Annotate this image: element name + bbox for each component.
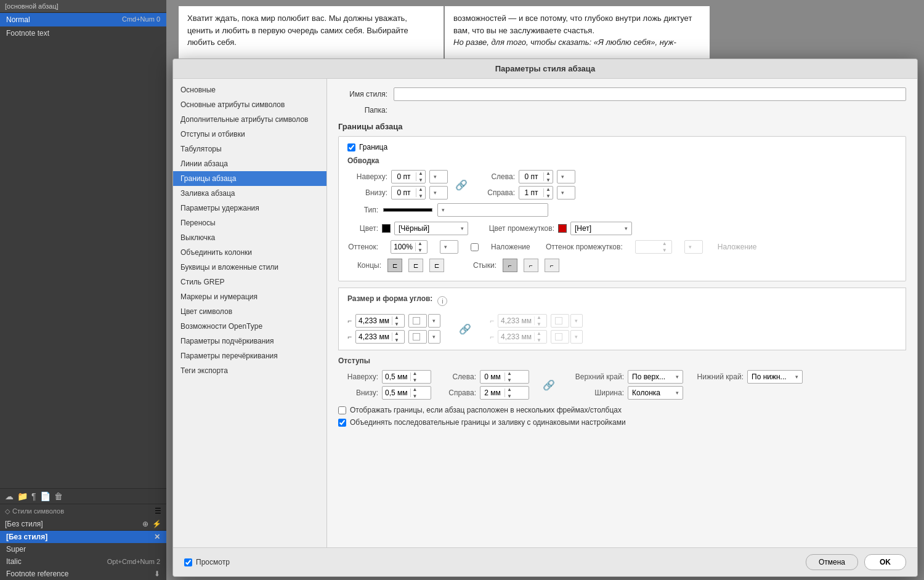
nav-item-char-attrs[interactable]: Основные атрибуты символов bbox=[173, 97, 326, 112]
style-item-normal[interactable]: Normal Cmd+Num 0 bbox=[0, 13, 166, 26]
nav-item-underline[interactable]: Параметры подчёркивания bbox=[173, 334, 326, 348]
cancel-button[interactable]: Отмена bbox=[806, 554, 858, 570]
checkbox2[interactable] bbox=[338, 419, 346, 427]
new-icon[interactable]: 📄 bbox=[40, 491, 51, 501]
nav-item-indent[interactable]: Отступы и отбивки bbox=[173, 127, 326, 142]
indent-right-up[interactable]: ▲ bbox=[505, 386, 514, 393]
bottom-spinner[interactable]: 0 пт ▲ ▼ bbox=[391, 186, 426, 199]
bottom-edge-select[interactable]: По нижн... ▾ bbox=[747, 370, 803, 384]
corner-bl-spinner[interactable]: 4,233 мм ▲ ▼ bbox=[355, 330, 405, 344]
add-char-style-icon[interactable]: ⊕ bbox=[142, 520, 148, 528]
corner-bl-unit-select[interactable]: ▾ bbox=[428, 330, 440, 344]
right-spinner[interactable]: 1 пт ▲ ▼ bbox=[519, 186, 553, 199]
style-name-input[interactable] bbox=[394, 87, 906, 101]
nav-item-bullets[interactable]: Маркеры и нумерация bbox=[173, 289, 326, 304]
top-spinner[interactable]: 0 пт ▲ ▼ bbox=[391, 170, 426, 183]
ok-button[interactable]: OK bbox=[864, 554, 906, 570]
folder-icon[interactable]: 📁 bbox=[17, 491, 28, 501]
tint-unit-select[interactable]: ▾ bbox=[440, 240, 458, 254]
cloud-icon[interactable]: ☁ bbox=[5, 491, 14, 501]
style-item-footnote[interactable]: Footnote text bbox=[0, 26, 166, 40]
right-down-arrow[interactable]: ▼ bbox=[544, 193, 553, 199]
nav-item-grep[interactable]: Стиль GREP bbox=[173, 275, 326, 289]
preview-checkbox[interactable] bbox=[184, 558, 192, 566]
char-style-italic[interactable]: Italic Opt+Cmd+Num 2 bbox=[0, 555, 166, 568]
bottom-down-arrow[interactable]: ▼ bbox=[416, 193, 425, 199]
nav-item-span[interactable]: Объединить колонки bbox=[173, 245, 326, 260]
ends-btn-1[interactable]: ⊏ bbox=[387, 259, 402, 272]
nav-item-export-tags[interactable]: Теги экспорта bbox=[173, 363, 326, 378]
corner-bl-up[interactable]: ▲ bbox=[392, 330, 401, 337]
nav-item-fill[interactable]: Заливка абзаца bbox=[173, 186, 326, 201]
corner-tl-down[interactable]: ▼ bbox=[392, 321, 401, 328]
top-down-arrow[interactable]: ▼ bbox=[416, 177, 425, 183]
left-down-arrow[interactable]: ▼ bbox=[544, 177, 553, 183]
color-select[interactable]: [Чёрный] ▾ bbox=[394, 222, 468, 235]
gap-tint-spinner[interactable]: ▲ ▼ bbox=[635, 240, 672, 254]
nav-item-basic[interactable]: Основные bbox=[173, 83, 326, 97]
top-unit-select[interactable]: ▾ bbox=[429, 170, 448, 183]
left-up-arrow[interactable]: ▲ bbox=[544, 170, 553, 177]
nav-item-hyphen[interactable]: Переносы bbox=[173, 215, 326, 230]
indent-left-spinner[interactable]: 0 мм ▲ ▼ bbox=[480, 370, 529, 384]
tint-spinner[interactable]: 100% ▲ ▼ bbox=[391, 240, 428, 254]
indent-bottom-up[interactable]: ▲ bbox=[411, 386, 419, 393]
top-up-arrow[interactable]: ▲ bbox=[416, 170, 425, 177]
left-unit-select[interactable]: ▾ bbox=[557, 170, 575, 183]
type-select[interactable]: ▾ bbox=[437, 203, 548, 217]
char-style-super[interactable]: Super bbox=[0, 543, 166, 555]
ends-btn-2[interactable]: ⊏ bbox=[408, 259, 423, 272]
nav-item-borders[interactable]: Границы абзаца bbox=[173, 171, 326, 186]
indent-lock-icon[interactable]: 🔗 bbox=[541, 379, 556, 391]
char-style-footnote-ref[interactable]: Footnote reference ⬇ bbox=[0, 568, 166, 580]
joints-btn-1[interactable]: ⌐ bbox=[503, 259, 517, 272]
gap-color-select[interactable]: [Нет] ▾ bbox=[570, 222, 632, 235]
indent-top-down[interactable]: ▼ bbox=[411, 377, 419, 384]
nav-item-opentype[interactable]: Возможности OpenType bbox=[173, 319, 326, 334]
indent-top-spinner[interactable]: 0,5 мм ▲ ▼ bbox=[382, 370, 431, 384]
nav-item-extra-char-attrs[interactable]: Дополнительные атрибуты символов bbox=[173, 112, 326, 127]
apply-char-style-icon[interactable]: ⚡ bbox=[152, 520, 161, 528]
top-edge-select[interactable]: По верх... ▾ bbox=[628, 370, 683, 384]
nav-item-justification[interactable]: Выключка bbox=[173, 230, 326, 245]
nav-item-dropcaps[interactable]: Буквицы и вложенные стили bbox=[173, 260, 326, 275]
info-icon[interactable]: i bbox=[437, 296, 447, 306]
indent-right-down[interactable]: ▼ bbox=[505, 393, 514, 400]
delete-icon[interactable]: 🗑 bbox=[54, 491, 63, 501]
bottom-up-arrow[interactable]: ▲ bbox=[416, 186, 425, 193]
bottom-unit-select[interactable]: ▾ bbox=[429, 186, 448, 199]
width-select[interactable]: Колонка ▾ bbox=[628, 386, 683, 400]
nav-item-tabs[interactable]: Табуляторы bbox=[173, 142, 326, 156]
right-unit-select[interactable]: ▾ bbox=[557, 186, 575, 199]
nav-item-keep[interactable]: Параметры удержания bbox=[173, 201, 326, 215]
checkbox1[interactable] bbox=[338, 406, 346, 414]
corner-tl-type-select[interactable] bbox=[408, 314, 427, 328]
joints-btn-3[interactable]: ⌐ bbox=[545, 259, 559, 272]
corner-tl-unit-select[interactable]: ▾ bbox=[428, 314, 440, 328]
ends-btn-3[interactable]: ⊏ bbox=[429, 259, 444, 272]
corner-bl-down[interactable]: ▼ bbox=[392, 337, 401, 344]
stroke-lock-icon[interactable]: 🔗 bbox=[454, 179, 469, 191]
gap-tint-down[interactable]: ▼ bbox=[660, 247, 669, 254]
char-style-no-style-active[interactable]: [Без стиля] ✕ bbox=[0, 531, 166, 543]
indent-bottom-spinner[interactable]: 0,5 мм ▲ ▼ bbox=[382, 386, 431, 400]
indent-left-down[interactable]: ▼ bbox=[505, 377, 514, 384]
right-up-arrow[interactable]: ▲ bbox=[544, 186, 553, 193]
tint-up[interactable]: ▲ bbox=[416, 240, 424, 247]
border-checkbox[interactable] bbox=[347, 143, 355, 151]
char-style-close-icon[interactable]: ✕ bbox=[154, 533, 160, 541]
corner-bl-type-select[interactable] bbox=[408, 330, 427, 344]
nav-item-lines[interactable]: Линии абзаца bbox=[173, 156, 326, 171]
joints-btn-2[interactable]: ⌐ bbox=[524, 259, 538, 272]
menu-icon[interactable]: ☰ bbox=[155, 507, 161, 515]
left-spinner[interactable]: 0 пт ▲ ▼ bbox=[519, 170, 553, 183]
para-icon[interactable]: ¶ bbox=[31, 491, 36, 501]
overprint-checkbox[interactable] bbox=[471, 243, 479, 251]
indent-right-spinner[interactable]: 2 мм ▲ ▼ bbox=[480, 386, 529, 400]
nav-item-char-color[interactable]: Цвет символов bbox=[173, 304, 326, 319]
gap-tint-unit-select[interactable]: ▾ bbox=[684, 240, 703, 254]
corner-tl-spinner[interactable]: 4,233 мм ▲ ▼ bbox=[355, 314, 405, 328]
indent-bottom-down[interactable]: ▼ bbox=[411, 393, 419, 400]
nav-item-strikethrough[interactable]: Параметры перечёркивания bbox=[173, 348, 326, 363]
indent-top-up[interactable]: ▲ bbox=[411, 370, 419, 377]
